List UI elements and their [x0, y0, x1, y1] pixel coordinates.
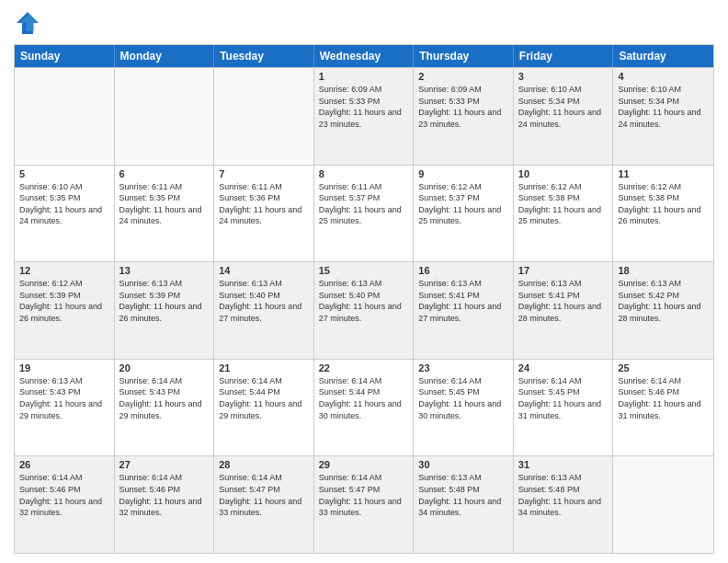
cal-cell-5: 5Sunrise: 6:10 AMSunset: 5:35 PMDaylight… — [15, 166, 115, 262]
cal-cell-27: 27Sunrise: 6:14 AMSunset: 5:46 PMDayligh… — [115, 456, 215, 553]
header-cell-thursday: Thursday — [414, 45, 514, 67]
cell-info: Sunrise: 6:13 AMSunset: 5:40 PMDaylight:… — [219, 278, 309, 324]
cell-info: Sunrise: 6:10 AMSunset: 5:34 PMDaylight:… — [518, 84, 609, 130]
day-number: 6 — [119, 168, 210, 179]
day-number: 24 — [518, 362, 609, 373]
cal-cell-1: 1Sunrise: 6:09 AMSunset: 5:33 PMDaylight… — [314, 68, 415, 165]
header-cell-sunday: Sunday — [15, 45, 115, 67]
day-number: 5 — [19, 168, 109, 179]
day-number: 27 — [119, 459, 210, 470]
logo — [14, 9, 45, 37]
day-number: 19 — [19, 362, 109, 373]
cal-cell-9: 9Sunrise: 6:12 AMSunset: 5:37 PMDaylight… — [414, 166, 514, 262]
cal-cell-7: 7Sunrise: 6:11 AMSunset: 5:36 PMDaylight… — [214, 166, 314, 262]
cal-cell-11: 11Sunrise: 6:12 AMSunset: 5:38 PMDayligh… — [613, 166, 713, 262]
cell-info: Sunrise: 6:12 AMSunset: 5:39 PMDaylight:… — [19, 278, 109, 324]
cell-info: Sunrise: 6:13 AMSunset: 5:43 PMDaylight:… — [19, 375, 109, 421]
cell-info: Sunrise: 6:14 AMSunset: 5:45 PMDaylight:… — [418, 375, 508, 421]
cell-info: Sunrise: 6:12 AMSunset: 5:38 PMDaylight:… — [518, 181, 609, 227]
day-number: 30 — [418, 459, 508, 470]
header-cell-monday: Monday — [115, 45, 215, 67]
cell-info: Sunrise: 6:14 AMSunset: 5:47 PMDaylight:… — [219, 472, 309, 518]
cell-info: Sunrise: 6:12 AMSunset: 5:38 PMDaylight:… — [618, 181, 709, 227]
day-number: 12 — [19, 265, 109, 276]
day-number: 13 — [119, 265, 210, 276]
day-number: 11 — [618, 168, 709, 179]
cal-cell-8: 8Sunrise: 6:11 AMSunset: 5:37 PMDaylight… — [314, 166, 415, 262]
cal-cell-24: 24Sunrise: 6:14 AMSunset: 5:45 PMDayligh… — [514, 360, 614, 456]
cell-info: Sunrise: 6:14 AMSunset: 5:45 PMDaylight:… — [518, 375, 609, 421]
day-number: 3 — [518, 71, 609, 82]
day-number: 14 — [219, 265, 309, 276]
cal-cell-empty-0-0 — [15, 68, 115, 165]
day-number: 2 — [418, 71, 508, 82]
cell-info: Sunrise: 6:10 AMSunset: 5:34 PMDaylight:… — [618, 84, 709, 130]
cell-info: Sunrise: 6:11 AMSunset: 5:37 PMDaylight:… — [319, 181, 409, 227]
logo-icon — [14, 9, 41, 37]
cal-cell-empty-4-6 — [613, 456, 713, 553]
day-number: 23 — [418, 362, 508, 373]
cal-cell-21: 21Sunrise: 6:14 AMSunset: 5:44 PMDayligh… — [214, 360, 314, 456]
day-number: 9 — [418, 168, 508, 179]
cal-cell-empty-0-1 — [115, 68, 215, 165]
cell-info: Sunrise: 6:13 AMSunset: 5:42 PMDaylight:… — [618, 278, 709, 324]
cal-cell-12: 12Sunrise: 6:12 AMSunset: 5:39 PMDayligh… — [15, 262, 115, 359]
cal-row-2: 12Sunrise: 6:12 AMSunset: 5:39 PMDayligh… — [15, 261, 713, 359]
day-number: 16 — [418, 265, 508, 276]
cell-info: Sunrise: 6:13 AMSunset: 5:48 PMDaylight:… — [518, 472, 609, 518]
cal-row-3: 19Sunrise: 6:13 AMSunset: 5:43 PMDayligh… — [15, 359, 713, 456]
cal-cell-22: 22Sunrise: 6:14 AMSunset: 5:44 PMDayligh… — [314, 360, 415, 456]
cell-info: Sunrise: 6:14 AMSunset: 5:46 PMDaylight:… — [19, 472, 109, 518]
cal-cell-6: 6Sunrise: 6:11 AMSunset: 5:35 PMDaylight… — [115, 166, 215, 262]
cell-info: Sunrise: 6:13 AMSunset: 5:48 PMDaylight:… — [418, 472, 508, 518]
cell-info: Sunrise: 6:14 AMSunset: 5:43 PMDaylight:… — [119, 375, 210, 421]
cal-cell-13: 13Sunrise: 6:13 AMSunset: 5:39 PMDayligh… — [115, 262, 215, 359]
day-number: 31 — [518, 459, 609, 470]
cal-cell-29: 29Sunrise: 6:14 AMSunset: 5:47 PMDayligh… — [314, 456, 415, 553]
header-cell-wednesday: Wednesday — [314, 45, 415, 67]
cal-row-4: 26Sunrise: 6:14 AMSunset: 5:46 PMDayligh… — [15, 455, 713, 553]
cal-cell-14: 14Sunrise: 6:13 AMSunset: 5:40 PMDayligh… — [214, 262, 314, 359]
day-number: 22 — [319, 362, 409, 373]
calendar-body: 1Sunrise: 6:09 AMSunset: 5:33 PMDaylight… — [15, 67, 713, 553]
cal-cell-26: 26Sunrise: 6:14 AMSunset: 5:46 PMDayligh… — [15, 456, 115, 553]
cell-info: Sunrise: 6:12 AMSunset: 5:37 PMDaylight:… — [418, 181, 508, 227]
cell-info: Sunrise: 6:14 AMSunset: 5:44 PMDaylight:… — [319, 375, 409, 421]
day-number: 1 — [319, 71, 409, 82]
page: SundayMondayTuesdayWednesdayThursdayFrid… — [0, 0, 728, 563]
cell-info: Sunrise: 6:10 AMSunset: 5:35 PMDaylight:… — [19, 181, 109, 227]
day-number: 7 — [219, 168, 309, 179]
day-number: 21 — [219, 362, 309, 373]
cal-cell-25: 25Sunrise: 6:14 AMSunset: 5:46 PMDayligh… — [613, 360, 713, 456]
header-cell-saturday: Saturday — [613, 45, 713, 67]
cal-cell-4: 4Sunrise: 6:10 AMSunset: 5:34 PMDaylight… — [613, 68, 713, 165]
day-number: 4 — [618, 71, 709, 82]
cal-cell-16: 16Sunrise: 6:13 AMSunset: 5:41 PMDayligh… — [414, 262, 514, 359]
cal-cell-17: 17Sunrise: 6:13 AMSunset: 5:41 PMDayligh… — [514, 262, 614, 359]
day-number: 8 — [319, 168, 409, 179]
cell-info: Sunrise: 6:14 AMSunset: 5:46 PMDaylight:… — [618, 375, 709, 421]
cal-cell-3: 3Sunrise: 6:10 AMSunset: 5:34 PMDaylight… — [514, 68, 614, 165]
cal-cell-28: 28Sunrise: 6:14 AMSunset: 5:47 PMDayligh… — [214, 456, 314, 553]
day-number: 26 — [19, 459, 109, 470]
cell-info: Sunrise: 6:14 AMSunset: 5:46 PMDaylight:… — [119, 472, 210, 518]
cal-cell-20: 20Sunrise: 6:14 AMSunset: 5:43 PMDayligh… — [115, 360, 215, 456]
day-number: 15 — [319, 265, 409, 276]
day-number: 28 — [219, 459, 309, 470]
cal-cell-empty-0-2 — [214, 68, 314, 165]
day-number: 29 — [319, 459, 409, 470]
cell-info: Sunrise: 6:13 AMSunset: 5:41 PMDaylight:… — [518, 278, 609, 324]
cell-info: Sunrise: 6:13 AMSunset: 5:40 PMDaylight:… — [319, 278, 409, 324]
cal-cell-2: 2Sunrise: 6:09 AMSunset: 5:33 PMDaylight… — [414, 68, 514, 165]
cal-cell-23: 23Sunrise: 6:14 AMSunset: 5:45 PMDayligh… — [414, 360, 514, 456]
cal-cell-19: 19Sunrise: 6:13 AMSunset: 5:43 PMDayligh… — [15, 360, 115, 456]
cell-info: Sunrise: 6:11 AMSunset: 5:35 PMDaylight:… — [119, 181, 210, 227]
header-cell-friday: Friday — [514, 45, 614, 67]
calendar-header: SundayMondayTuesdayWednesdayThursdayFrid… — [15, 45, 713, 67]
cell-info: Sunrise: 6:09 AMSunset: 5:33 PMDaylight:… — [319, 84, 409, 130]
cell-info: Sunrise: 6:09 AMSunset: 5:33 PMDaylight:… — [418, 84, 508, 130]
day-number: 18 — [618, 265, 709, 276]
cell-info: Sunrise: 6:14 AMSunset: 5:47 PMDaylight:… — [319, 472, 409, 518]
header — [14, 9, 714, 37]
cal-row-1: 5Sunrise: 6:10 AMSunset: 5:35 PMDaylight… — [15, 165, 713, 262]
